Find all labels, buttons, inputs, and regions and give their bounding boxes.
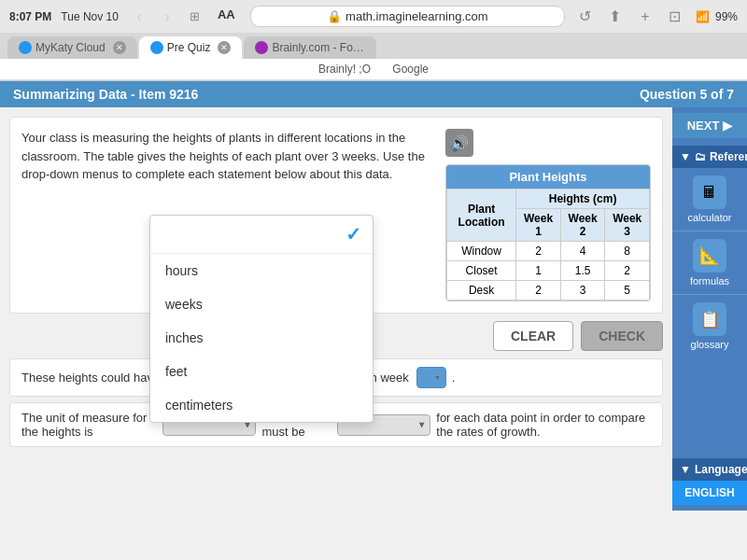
calculator-tool[interactable]: 🖩 calculator	[672, 168, 747, 231]
triangle-icon: ▼	[680, 150, 691, 163]
reference-icon: 🗂	[695, 150, 706, 163]
url-text: math.imaginelearning.com	[345, 9, 487, 23]
dropdown-option-weeks[interactable]: weeks	[150, 287, 373, 321]
browser-time: 8:07 PM	[9, 10, 51, 23]
language-header: ▼ Language i	[672, 458, 747, 481]
statement1-select2-wrapper[interactable]: ▼	[416, 367, 446, 388]
lock-icon: 🔒	[327, 9, 342, 23]
formulas-label: formulas	[690, 275, 729, 287]
language-section: ▼ Language i ENGLISH	[672, 458, 747, 505]
calculator-icon: 🖩	[693, 175, 726, 209]
col-week2: Week 2	[560, 209, 605, 242]
statement2-suffix: for each data point in order to compare …	[436, 411, 651, 439]
tab-prequiz-close[interactable]: ✕	[218, 41, 231, 54]
app-container: Summarizing Data - Item 9216 Question 5 …	[0, 81, 747, 511]
app-title: Summarizing Data - Item 9216	[13, 87, 198, 102]
formulas-tool[interactable]: 📐 formulas	[672, 231, 747, 294]
tab-brainly[interactable]: Brainly.com - For students. By students.	[244, 36, 376, 59]
new-tab-button[interactable]: +	[634, 7, 656, 26]
col-week1: Week 1	[516, 209, 561, 242]
table-title: Plant Heights	[446, 165, 650, 189]
share-button[interactable]: ⬆	[604, 7, 627, 26]
next-button[interactable]: NEXT ▶	[672, 113, 747, 138]
wifi-icon: 📶	[696, 10, 710, 23]
statement1-select2[interactable]	[416, 367, 446, 388]
calculator-label: calculator	[687, 212, 731, 223]
audio-button[interactable]: 🔊	[445, 129, 473, 157]
tab-mykaty[interactable]: MyKaty Cloud ✕	[7, 36, 137, 59]
tabs-button[interactable]: ⊡	[664, 7, 686, 26]
browser-actions: ↺ ⬆ + ⊡	[574, 7, 686, 26]
dropdown-menu: ✓ hours weeks inches feet centimeters	[149, 215, 374, 423]
app-body: Your class is measuring the heights of p…	[0, 107, 747, 511]
dropdown-option-centimeters[interactable]: centimeters	[150, 388, 373, 422]
reference-header: ▼ 🗂 Reference	[672, 146, 747, 168]
address-bar[interactable]: 🔒 math.imaginelearning.com	[250, 6, 565, 27]
brainly-link[interactable]: Brainly! ;O	[318, 63, 371, 76]
forward-button[interactable]: ›	[156, 7, 178, 26]
dropdown-checkmark-row: ✓	[150, 216, 373, 254]
glossary-tool[interactable]: 📋 glossary	[672, 295, 747, 357]
browser-chrome: 8:07 PM Tue Nov 10 ‹ › ⊞ AA 🔒 math.imagi…	[0, 0, 747, 81]
browser-tabs: MyKaty Cloud ✕ Pre Quiz ✕ Brainly.com - …	[0, 33, 747, 59]
formulas-icon: 📐	[693, 239, 726, 273]
statement1-prefix: These heights could hav	[21, 371, 153, 385]
clear-button[interactable]: CLEAR	[493, 321, 573, 351]
triangle-icon-2: ▼	[680, 463, 691, 476]
reader-button[interactable]: ⊞	[184, 7, 206, 26]
glossary-label: glossary	[691, 339, 729, 350]
secondary-bar: Brainly! ;O Google	[0, 59, 747, 80]
dropdown-option-feet[interactable]: feet	[150, 355, 373, 388]
app-header: Summarizing Data - Item 9216 Question 5 …	[0, 81, 747, 107]
glossary-icon: 📋	[693, 302, 726, 336]
table-row: Window 2 4 8	[447, 242, 650, 261]
table-row: Closet 1 1.5 2	[447, 261, 650, 281]
plant-heights-table: Plant Heights Plant Location Heights (cm…	[445, 164, 651, 301]
tab-mykaty-label: MyKaty Cloud	[35, 41, 106, 54]
tab-mykaty-close[interactable]: ✕	[113, 41, 126, 54]
check-button[interactable]: CHECK	[581, 321, 663, 351]
tab-prequiz[interactable]: Pre Quiz ✕	[139, 36, 243, 59]
browser-date: Tue Nov 10	[61, 10, 119, 23]
browser-topbar: 8:07 PM Tue Nov 10 ‹ › ⊞ AA 🔒 math.imagi…	[0, 0, 747, 33]
google-link[interactable]: Google	[392, 63, 429, 76]
back-button[interactable]: ‹	[128, 7, 150, 26]
statement2-prefix: The unit of measure for the heights is	[21, 411, 157, 439]
col-heights: Heights (cm)	[516, 189, 650, 209]
tab-brainly-label: Brainly.com - For students. By students.	[272, 41, 365, 54]
mykaty-icon	[19, 41, 32, 54]
col-week3: Week 3	[605, 209, 650, 242]
main-content: Your class is measuring the heights of p…	[0, 107, 672, 511]
dropdown-option-inches[interactable]: inches	[150, 321, 373, 355]
next-arrow-icon: ▶	[723, 119, 732, 133]
checkmark-icon: ✓	[345, 223, 361, 245]
battery-text: 99%	[715, 10, 738, 23]
status-icons: 📶 99%	[696, 10, 738, 23]
reload-button[interactable]: ↺	[574, 7, 597, 26]
col-plant-location: Plant Location	[447, 189, 516, 242]
reference-section: ▼ 🗂 Reference 🖩 calculator 📐 formulas 📋	[672, 146, 747, 357]
tab-prequiz-label: Pre Quiz	[167, 41, 211, 54]
font-size-button[interactable]: AA	[212, 7, 241, 26]
nav-buttons: ‹ › ⊞ AA	[128, 7, 241, 26]
question-count: Question 5 of 7	[640, 87, 734, 102]
table-row: Desk 2 3 5	[447, 281, 650, 301]
brainly-icon	[255, 41, 268, 54]
prequiz-icon	[150, 41, 163, 54]
english-button[interactable]: ENGLISH	[672, 481, 747, 505]
dropdown-option-hours[interactable]: hours	[150, 254, 373, 287]
audio-icon: 🔊	[450, 134, 469, 152]
sidebar: NEXT ▶ ▼ 🗂 Reference 🖩 calculator 📐 form…	[672, 107, 747, 511]
